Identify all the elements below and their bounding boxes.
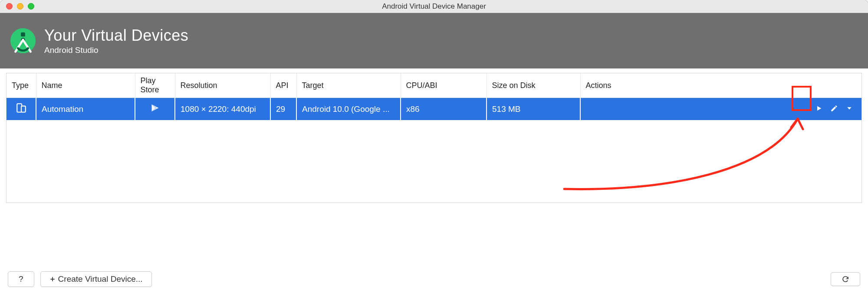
cell-name: Automation <box>36 98 135 120</box>
android-studio-icon <box>10 27 36 54</box>
col-header-actions[interactable]: Actions <box>580 73 861 98</box>
col-header-type[interactable]: Type <box>7 73 36 98</box>
svg-rect-1 <box>21 33 25 37</box>
footer: ? Create Virtual Device... <box>8 271 860 287</box>
avd-manager-window: Android Virtual Device Manager Your Virt… <box>0 0 868 293</box>
help-label: ? <box>19 274 23 284</box>
help-button[interactable]: ? <box>8 271 34 287</box>
cell-size-on-disk: 513 MB <box>487 98 580 120</box>
table-header-row: Type Name Play Store Resolution API Targ… <box>7 73 861 98</box>
col-header-target[interactable]: Target <box>296 73 401 98</box>
col-header-api[interactable]: API <box>270 73 296 98</box>
page-title: Your Virtual Devices <box>44 26 188 45</box>
table-row[interactable]: Automation 1080 × 2220 <box>7 98 861 120</box>
col-header-name[interactable]: Name <box>36 73 135 98</box>
play-store-icon <box>151 104 159 112</box>
edit-pencil-icon[interactable] <box>830 104 838 112</box>
window-title: Android Virtual Device Manager <box>0 2 868 11</box>
create-label: Create Virtual Device... <box>58 274 143 284</box>
content-area: Type Name Play Store Resolution API Targ… <box>0 68 868 203</box>
cell-api: 29 <box>270 98 296 120</box>
refresh-icon <box>842 275 849 283</box>
header-text: Your Virtual Devices Android Studio <box>44 26 188 55</box>
titlebar: Android Virtual Device Manager <box>0 0 868 13</box>
device-table-container: Type Name Play Store Resolution API Targ… <box>6 73 862 203</box>
svg-rect-4 <box>21 106 26 112</box>
col-header-size-on-disk[interactable]: Size on Disk <box>487 73 580 98</box>
launch-play-icon[interactable] <box>815 105 822 112</box>
phone-icon <box>16 102 27 114</box>
create-virtual-device-button[interactable]: Create Virtual Device... <box>40 271 152 287</box>
header: Your Virtual Devices Android Studio <box>0 13 868 68</box>
cell-resolution: 1080 × 2220: 440dpi <box>175 98 270 120</box>
col-header-resolution[interactable]: Resolution <box>175 73 270 98</box>
dropdown-caret-icon[interactable] <box>846 105 853 112</box>
page-subtitle: Android Studio <box>44 46 188 55</box>
refresh-button[interactable] <box>831 272 860 286</box>
cell-target: Android 10.0 (Google ... <box>296 98 401 120</box>
device-table: Type Name Play Store Resolution API Targ… <box>7 73 861 120</box>
cell-cpu-abi: x86 <box>401 98 487 120</box>
plus-icon <box>49 276 56 282</box>
col-header-cpu-abi[interactable]: CPU/ABI <box>401 73 487 98</box>
col-header-play-store[interactable]: Play Store <box>135 73 175 98</box>
